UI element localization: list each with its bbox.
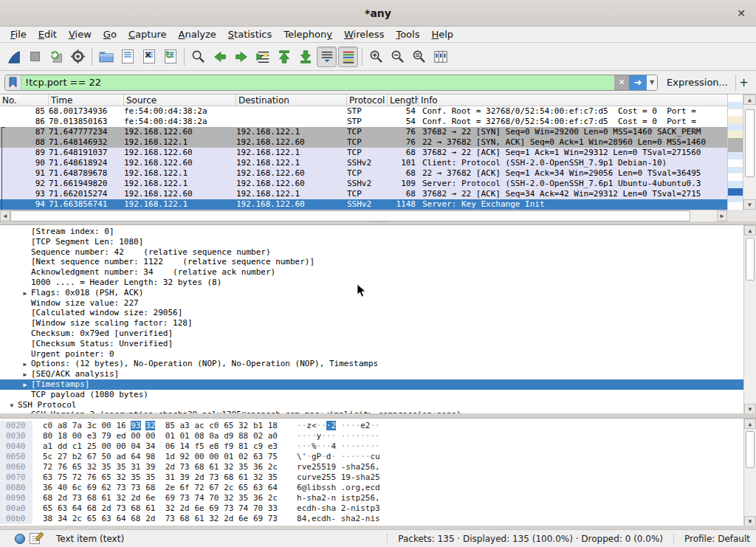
resize-columns-icon[interactable] <box>430 47 450 67</box>
window-close-icon[interactable]: ✕ <box>734 6 749 21</box>
packet-row[interactable]: 9171.648789678192.168.122.1192.168.122.6… <box>0 168 727 179</box>
menu-file[interactable]: File <box>4 27 32 41</box>
menu-statistics[interactable]: Statistics <box>222 27 278 41</box>
capture-restart-icon[interactable] <box>47 47 66 67</box>
hex-bytes[interactable]: 68 2d 73 68 61 32 2d 6e 69 73 74 70 32 3… <box>32 493 278 503</box>
hex-row[interactable]: 003080 18 00 e3 79 ed 00 00 01 01 08 0a … <box>0 431 743 441</box>
hex-ascii[interactable]: 6@libssh .org,ecd <box>278 483 380 493</box>
scroll-up-icon[interactable]: ▲ <box>744 419 756 429</box>
display-filter-input[interactable]: !tcp.port == 22 <box>21 77 614 88</box>
scroll-down-icon[interactable]: ▼ <box>744 516 756 526</box>
hex-ascii[interactable]: \'·gP·d· ······cu <box>278 452 380 462</box>
menu-help[interactable]: Help <box>425 27 459 41</box>
scroll-left-icon[interactable]: ◀ <box>0 210 10 221</box>
detail-row[interactable]: [Next sequence number: 1122 (relative se… <box>0 257 743 267</box>
scroll-down-icon[interactable]: ▼ <box>744 404 756 413</box>
capture-start-icon[interactable] <box>4 47 24 67</box>
menu-view[interactable]: View <box>63 27 97 41</box>
scroll-up-icon[interactable]: ▲ <box>743 94 756 105</box>
detail-row[interactable]: [Stream index: 0] <box>0 227 743 237</box>
hex-bytes[interactable]: c0 a8 7a 3c 00 16 93 32 85 a3 ac c0 65 3… <box>32 421 278 431</box>
hex-bytes[interactable]: a1 dd c1 25 00 00 04 34 06 14 f5 e8 f9 8… <box>32 441 278 452</box>
expander-closed-icon[interactable]: ▶ <box>19 359 31 369</box>
detail-row[interactable]: Sequence number: 42 (relative sequence n… <box>0 247 743 258</box>
menu-analyze[interactable]: Analyze <box>173 27 222 41</box>
auto-scroll-icon[interactable] <box>317 47 337 67</box>
detail-row[interactable]: ▶[SEQ/ACK analysis] <box>0 369 743 379</box>
hex-bytes[interactable]: 63 75 72 76 65 32 35 35 31 39 2d 73 68 6… <box>32 472 278 483</box>
packet-row[interactable]: 8871.648146932192.168.122.1192.168.122.6… <box>0 137 727 148</box>
detail-row[interactable]: 1000 .... = Header Length: 32 bytes (8) <box>0 278 743 288</box>
colorize-icon[interactable] <box>338 47 358 67</box>
expander-open-icon[interactable]: ▼ <box>6 401 18 410</box>
column-header-length[interactable]: Length <box>388 94 419 106</box>
column-header-protocol[interactable]: Protocol <box>347 94 388 106</box>
hex-row[interactable]: 008036 40 6c 69 62 73 73 68 2e 6f 72 67 … <box>0 483 743 493</box>
detail-row[interactable]: Acknowledgment number: 34 (relative ack … <box>0 267 743 278</box>
capture-stop-icon[interactable] <box>25 47 45 67</box>
packet-row[interactable]: 9371.662015274192.168.122.60192.168.122.… <box>0 189 727 199</box>
column-header-time[interactable]: Time <box>49 94 124 106</box>
detail-row[interactable]: ▶[Timestamps] <box>0 379 743 390</box>
packet-list-vscrollbar[interactable]: ▲ ▼ <box>743 94 756 210</box>
hex-ascii[interactable]: curve255 19-sha25 <box>278 472 380 483</box>
hex-row[interactable]: 0040a1 dd c1 25 00 00 04 34 06 14 f5 e8 … <box>0 441 743 452</box>
display-filter-box[interactable]: !tcp.port == 22 ✕ ➜ ▼ <box>4 75 658 91</box>
hex-row[interactable]: 00505c 27 b2 67 50 ad 64 98 1d 92 00 00 … <box>0 452 743 462</box>
hex-bytes[interactable]: 5c 27 b2 67 50 ad 64 98 1d 92 00 00 01 0… <box>32 452 278 462</box>
packet-row[interactable]: 8670.013850163fe:54:00:d4:38:2aSTP54Conf… <box>0 117 727 127</box>
packet-row[interactable]: 9471.663856741192.168.122.1192.168.122.6… <box>0 199 727 210</box>
scroll-thumb[interactable] <box>745 109 755 177</box>
packet-row[interactable]: 8568.001734936fe:54:00:d4:38:2aSTP54Conf… <box>0 106 727 117</box>
detail-row[interactable]: [Checksum Status: Unverified] <box>0 339 743 349</box>
hex-bytes[interactable]: 38 34 2c 65 63 64 68 2d 73 68 61 32 2d 6… <box>32 514 278 524</box>
hex-row[interactable]: 007063 75 72 76 65 32 35 35 31 39 2d 73 … <box>0 472 743 483</box>
detail-row[interactable]: [Window size scaling factor: 128] <box>0 318 743 328</box>
column-header-destination[interactable]: Destination <box>236 94 347 106</box>
hex-ascii[interactable]: ··z<···2 ····e2·· <box>278 421 380 431</box>
menu-wireless[interactable]: Wireless <box>338 27 390 41</box>
menu-tools[interactable]: Tools <box>390 27 425 41</box>
packet-list-hscrollbar[interactable]: ◀ ▶ <box>0 210 727 221</box>
capture-comment-icon[interactable] <box>30 533 40 544</box>
reload-file-icon[interactable]: ↻ <box>160 47 180 67</box>
go-first-icon[interactable] <box>274 47 294 67</box>
hex-row[interactable]: 006072 76 65 32 35 35 31 39 2d 73 68 61 … <box>0 462 743 472</box>
detail-row[interactable]: TCP payload (1080 bytes) <box>0 390 743 400</box>
intelligent-scrollbar[interactable] <box>727 94 743 210</box>
hex-bytes[interactable]: 36 40 6c 69 62 73 73 68 2e 6f 72 67 2c 6… <box>32 483 278 493</box>
column-header-no[interactable]: No. <box>0 94 49 106</box>
hex-ascii[interactable]: ···%···4 ········ <box>278 441 380 452</box>
scroll-thumb[interactable] <box>746 431 755 468</box>
expander-closed-icon[interactable]: ▶ <box>19 370 31 379</box>
detail-row[interactable]: ▼SSH Protocol <box>0 400 743 410</box>
hex-ascii[interactable]: rve25519 -sha256, <box>278 462 380 472</box>
packet-row[interactable]: 8771.647777234192.168.122.60192.168.122.… <box>0 127 727 137</box>
go-back-icon[interactable] <box>210 47 230 67</box>
details-vscrollbar[interactable]: ▲ ▼ <box>743 225 756 413</box>
bytes-vscrollbar[interactable]: ▲ ▼ <box>743 419 756 526</box>
expander-closed-icon[interactable]: ▶ <box>19 289 31 298</box>
filter-bookmark-icon[interactable] <box>5 75 21 90</box>
go-to-packet-icon[interactable] <box>252 47 272 67</box>
detail-row[interactable]: Checksum: 0x79ed [unverified] <box>0 328 743 339</box>
hex-bytes[interactable]: 65 63 64 68 2d 73 68 61 32 2d 6e 69 73 7… <box>32 503 278 514</box>
close-file-icon[interactable]: ✕ <box>139 47 159 67</box>
menu-edit[interactable]: Edit <box>32 27 63 41</box>
packet-row[interactable]: 9271.661949820192.168.122.1192.168.122.6… <box>0 179 727 189</box>
scroll-down-icon[interactable]: ▼ <box>743 199 756 210</box>
filter-history-caret-icon[interactable]: ▼ <box>647 75 657 90</box>
packet-row[interactable]: 9071.648618924192.168.122.60192.168.122.… <box>0 158 727 168</box>
hex-row[interactable]: 00b038 34 2c 65 63 64 68 2d 73 68 61 32 … <box>0 514 743 524</box>
profile-text[interactable]: Profile: Default <box>673 534 750 544</box>
open-file-icon[interactable] <box>96 47 116 67</box>
title-bar[interactable]: *any ✕ <box>0 0 756 27</box>
detail-row[interactable]: [Calculated window size: 29056] <box>0 308 743 318</box>
filter-apply-icon[interactable]: ➜ <box>629 75 647 90</box>
menu-capture[interactable]: Capture <box>123 27 173 41</box>
column-header-info[interactable]: Info <box>419 94 727 106</box>
hex-row[interactable]: 0020c0 a8 7a 3c 00 16 93 32 85 a3 ac c0 … <box>0 421 743 431</box>
detail-row[interactable]: Window size value: 227 <box>0 298 743 309</box>
scroll-up-icon[interactable]: ▲ <box>744 225 756 235</box>
scroll-thumb[interactable] <box>746 238 755 281</box>
